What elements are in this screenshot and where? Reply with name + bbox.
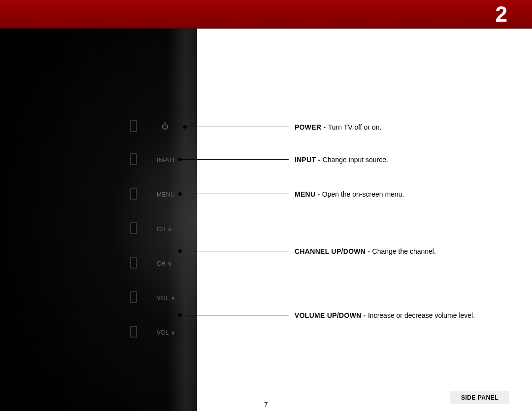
section-label: SIDE PANEL (450, 391, 509, 404)
power-description: POWER - Turn TV off or on. (295, 123, 381, 131)
volume-up-button-shape (130, 291, 137, 303)
volume-desc-title: VOLUME UP/DOWN - (295, 311, 368, 319)
page-content: INPUT MENU CH ∧ CH ∨ VOL ∧ VOL ∨ POWER -… (0, 29, 532, 411)
tv-panel-body (0, 29, 197, 411)
channel-down-button-label: CH ∨ (157, 260, 186, 267)
leader-line (185, 127, 289, 127)
channel-down-button-shape (130, 257, 137, 269)
volume-description: VOLUME UP/DOWN - Increase or decrease vo… (295, 311, 475, 319)
volume-up-button-label: VOL ∧ (157, 295, 186, 302)
volume-down-button-shape (130, 326, 137, 338)
chapter-number: 2 (496, 2, 507, 27)
header-band: 2 (0, 0, 532, 29)
channel-description: CHANNEL UP/DOWN - Change the channel. (295, 247, 436, 255)
volume-down-button-label: VOL ∨ (157, 329, 186, 336)
channel-up-button-shape (130, 222, 137, 234)
volume-desc-text: Increase or decrease volume level. (368, 311, 475, 319)
input-button-shape (130, 153, 137, 165)
menu-description: MENU - Open the on-screen menu. (295, 190, 404, 198)
channel-desc-text: Change the channel. (372, 247, 436, 255)
leader-line (180, 159, 289, 160)
leader-line (180, 315, 289, 315)
input-desc-text: Change input source. (323, 156, 388, 164)
leader-line (180, 194, 289, 194)
menu-desc-title: MENU - (295, 190, 322, 198)
power-icon (162, 123, 169, 130)
channel-up-button-label: CH ∧ (157, 226, 186, 233)
input-description: INPUT - Change input source. (295, 156, 388, 164)
leader-line (180, 251, 289, 251)
tv-side-panel-illustration: INPUT MENU CH ∧ CH ∨ VOL ∧ VOL ∨ (0, 29, 197, 411)
input-desc-title: INPUT - (295, 156, 323, 164)
menu-button-shape (130, 188, 137, 200)
channel-desc-title: CHANNEL UP/DOWN - (295, 247, 372, 255)
power-button-shape (130, 120, 137, 132)
menu-desc-text: Open the on-screen menu. (322, 190, 404, 198)
power-desc-text: Turn TV off or on. (328, 123, 382, 131)
input-button-label: INPUT (157, 157, 186, 164)
menu-button-label: MENU (157, 191, 186, 198)
power-desc-title: POWER - (295, 123, 328, 131)
